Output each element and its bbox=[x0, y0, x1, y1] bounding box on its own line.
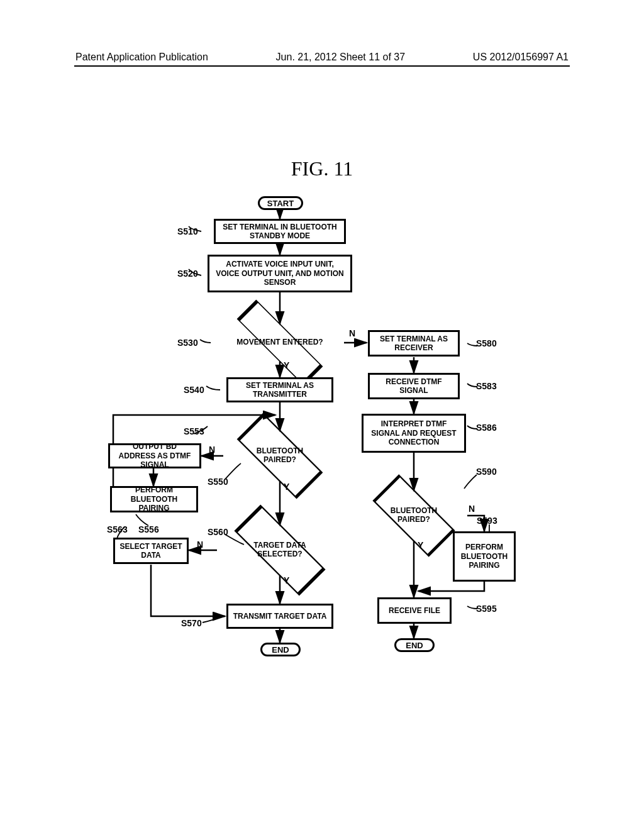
header-right: US 2012/0156997 A1 bbox=[473, 52, 569, 63]
flowchart: START END END SET TERMINAL IN BLUETOOTH … bbox=[0, 195, 644, 761]
label-s553: S553 bbox=[184, 426, 204, 436]
decision-s590: BLUETOOTH PAIRED? bbox=[382, 506, 445, 524]
figure-title: FIG. 11 bbox=[291, 157, 353, 180]
process-s583: RECEIVE DTMF SIGNAL bbox=[368, 373, 460, 399]
decision-s530: MOVEMENT ENTERED? bbox=[230, 338, 330, 346]
decision-s560: TARGET DATA SELECTED? bbox=[245, 541, 314, 559]
header-rule bbox=[74, 65, 570, 67]
svg-rect-0 bbox=[238, 301, 321, 384]
process-s540: SET TERMINAL AS TRANSMITTER bbox=[226, 377, 333, 402]
process-s520: ACTIVATE VOICE INPUT UNIT, VOICE OUTPUT … bbox=[208, 255, 352, 292]
process-s593: PERFORM BLUETOOTH PAIRING bbox=[453, 531, 516, 582]
label-s510: S510 bbox=[177, 226, 198, 236]
label-s586: S586 bbox=[476, 423, 497, 433]
process-s563: SELECT TARGET DATA bbox=[113, 538, 189, 564]
svg-rect-3 bbox=[374, 476, 453, 555]
branch-s560-n: N bbox=[197, 540, 203, 550]
label-s590: S590 bbox=[476, 467, 497, 477]
header-center: Jun. 21, 2012 Sheet 11 of 37 bbox=[276, 52, 406, 63]
branch-s530-y: Y bbox=[284, 360, 289, 370]
process-s553: OUTPUT BD ADDRESS AS DTMF SIGNAL bbox=[108, 443, 201, 468]
end-node-right: END bbox=[394, 638, 435, 652]
label-s520: S520 bbox=[177, 268, 198, 279]
label-s595: S595 bbox=[476, 604, 497, 614]
label-s563: S563 bbox=[107, 524, 128, 534]
branch-s550-n: N bbox=[209, 445, 215, 455]
label-s560: S560 bbox=[208, 527, 228, 537]
label-s593: S593 bbox=[477, 516, 497, 526]
label-s530: S530 bbox=[177, 338, 198, 348]
branch-s590-n: N bbox=[469, 504, 475, 514]
page-header: Patent Application Publication Jun. 21, … bbox=[0, 52, 644, 63]
header-left: Patent Application Publication bbox=[75, 52, 208, 63]
svg-rect-1 bbox=[238, 414, 321, 497]
branch-s530-n: N bbox=[349, 328, 355, 338]
process-s556: PERFORM BLUETOOTH PAIRING bbox=[110, 486, 198, 512]
process-s595: RECEIVE FILE bbox=[377, 597, 452, 624]
label-s580: S580 bbox=[476, 338, 497, 348]
label-s583: S583 bbox=[476, 381, 497, 391]
branch-s550-y: Y bbox=[284, 482, 289, 492]
process-s580: SET TERMINAL AS RECEIVER bbox=[368, 330, 460, 357]
label-s556: S556 bbox=[138, 524, 159, 534]
branch-s560-y: Y bbox=[284, 575, 289, 585]
process-s586: INTERPRET DTMF SIGNAL AND REQUEST CONNEC… bbox=[362, 414, 466, 453]
label-s570: S570 bbox=[181, 618, 202, 628]
label-s540: S540 bbox=[184, 385, 204, 395]
end-node-left: END bbox=[260, 643, 301, 656]
svg-rect-2 bbox=[236, 506, 324, 594]
process-s570: TRANSMIT TARGET DATA bbox=[226, 604, 333, 629]
process-s510: SET TERMINAL IN BLUETOOTH STANDBY MODE bbox=[214, 219, 346, 244]
start-node: START bbox=[258, 196, 303, 210]
decision-s550: BLUETOOTH PAIRED? bbox=[248, 446, 311, 465]
branch-s590-y: Y bbox=[418, 540, 423, 550]
label-s550: S550 bbox=[208, 477, 228, 487]
